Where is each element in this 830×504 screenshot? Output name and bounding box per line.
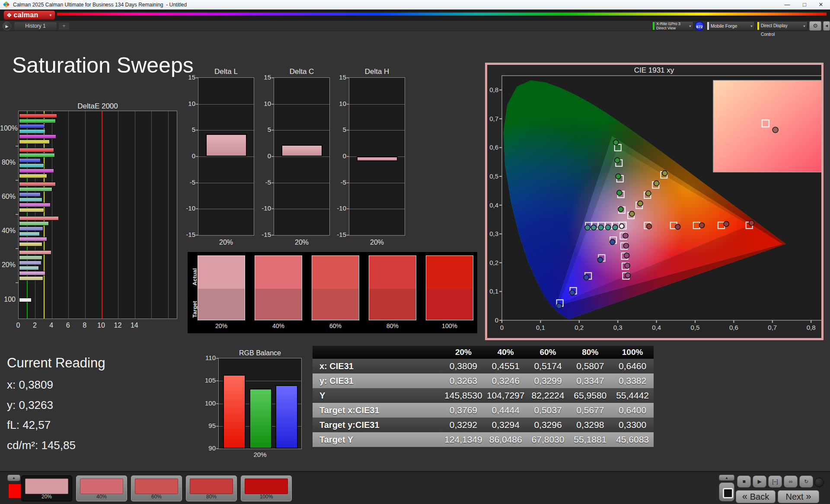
deltae-group-label: 40% [0,227,16,235]
maximize-button[interactable]: □ [796,0,813,10]
delta_c-chart [274,77,330,236]
deltae-bar [19,226,43,231]
settings-button[interactable]: ⚙ [809,21,821,31]
play-button[interactable]: ▶ [753,475,766,488]
patch-button-100%[interactable]: 100% [241,475,292,501]
expand-panel-button[interactable]: ▶ [3,22,11,30]
delta_c-bar [281,145,322,156]
loop-button[interactable]: ↻ [799,475,813,488]
gridline [52,111,52,319]
continuous-button[interactable]: ∞ [784,475,798,488]
axis-tick [216,426,218,427]
cie-measured-marker [638,201,643,206]
table-column-header: 20% [442,346,485,359]
deltae2000-chart [18,111,177,319]
cie-measured-marker [699,223,705,228]
swatch-pair [312,255,359,320]
gridline [151,111,152,319]
rgb-y-tick: 90 [201,444,216,452]
meter-panel-up-button[interactable]: ▲ [719,475,734,481]
gridline [274,156,329,157]
axis-tick [347,130,349,131]
table-value-cell: 0,5677 [569,403,611,418]
meter-select-button[interactable]: X-Rite i1Pro 3Direct View ▼ [652,21,693,31]
deltae-bar [19,158,41,163]
meter-count-badge[interactable]: 672 [695,21,704,31]
cie-measured-marker [662,171,667,176]
swatch-target [198,289,245,320]
chevrons-right-icon: » [806,491,811,502]
delta_c-y-tick: -5 [256,179,271,186]
axis-tick [16,282,19,283]
swatch-target [312,289,359,320]
current-reading-heading: Current Reading [7,355,105,371]
tab-history-1[interactable]: History 1 [14,22,57,30]
cie-measured-marker [625,273,630,278]
table-value-cell: 0,6400 [611,403,654,418]
cie-measured-marker [585,225,590,230]
table-value-cell: 0,3299 [527,373,569,388]
rgb-y-tick: 110 [201,354,216,361]
chevron-down-icon: ▼ [689,25,692,28]
delta_h-y-tick: 15 [332,73,346,81]
gridline [349,130,405,131]
table-row-label: Target y:CIE31 [313,418,442,432]
stop-button[interactable]: ■ [737,475,751,488]
step-button[interactable]: [–] [768,475,782,488]
patch-button-20%[interactable]: 20% [21,475,72,501]
axis-tick [271,208,274,209]
swatch-pair [369,255,416,320]
next-button[interactable]: Next » [778,490,819,503]
chevron-down-icon: ▼ [750,25,753,28]
patch-button-60%[interactable]: 60% [131,475,182,501]
source-select-button[interactable]: Mobile Forge ▼ [706,21,755,31]
delta_h-y-tick: -15 [332,231,346,238]
calman-menu-button[interactable]: ❖ calman ▼ [3,10,55,20]
table-column-header [313,346,442,359]
table-value-cell: 0,4551 [485,359,527,373]
patch-button-40%[interactable]: 40% [76,475,127,501]
display-control-button[interactable]: Direct Display Control ▼ [757,21,808,31]
table-value-cell: 0,3294 [485,418,527,432]
deltae-bar [19,242,42,246]
app-icon [3,1,10,8]
table-value-cell: 145,8530 [442,388,485,403]
patch-label: 60% [131,494,182,500]
deltae-group-label: 100 [0,296,16,303]
patch-size-up-button[interactable]: ▲ [7,475,20,481]
read-measure-button[interactable] [719,482,734,501]
gridline [118,111,118,319]
cie-measured-marker [605,225,610,230]
table-row: Target x:CIE310,37690,44440,50370,56770,… [313,403,654,418]
rgb-bar-green [249,389,272,449]
delta_h-y-tick: -5 [332,179,346,186]
gridline [274,183,329,183]
cie-measured-marker [610,239,615,245]
cie-whitepoint-measured [619,224,624,229]
gridline [198,156,254,157]
table-row-label: Target x:CIE31 [313,403,442,418]
table-row-label: Y [313,388,442,403]
close-button[interactable]: ✕ [813,0,829,10]
chevron-down-icon: ▼ [49,13,52,17]
table-value-cell: 0,3809 [442,359,485,373]
swatch-level-label: 80% [369,322,416,329]
table-column-header: 40% [485,346,527,359]
add-tab-button[interactable]: + [59,22,69,29]
patch-color-chip [245,478,288,494]
patch-button-80%[interactable]: 80% [186,475,237,501]
deltae-bar [19,298,32,302]
table-value-cell: 0,3300 [611,418,654,432]
deltae-bar [19,266,39,270]
collapse-sidebar-button[interactable]: ◀ [823,21,830,31]
deltae-bar [19,129,45,134]
cie1931-panel: CIE 1931 xy 0 0,1 0,2 0,3 [485,63,824,340]
deltae-bar [19,198,42,202]
back-button[interactable]: « Back [736,490,776,503]
swatch-pair [255,255,302,320]
gridline [274,130,329,131]
rgb-x-label: 20% [218,451,302,458]
minimize-button[interactable]: — [779,0,795,10]
axis-tick [196,77,198,78]
deltae-group-label: 80% [0,159,16,166]
